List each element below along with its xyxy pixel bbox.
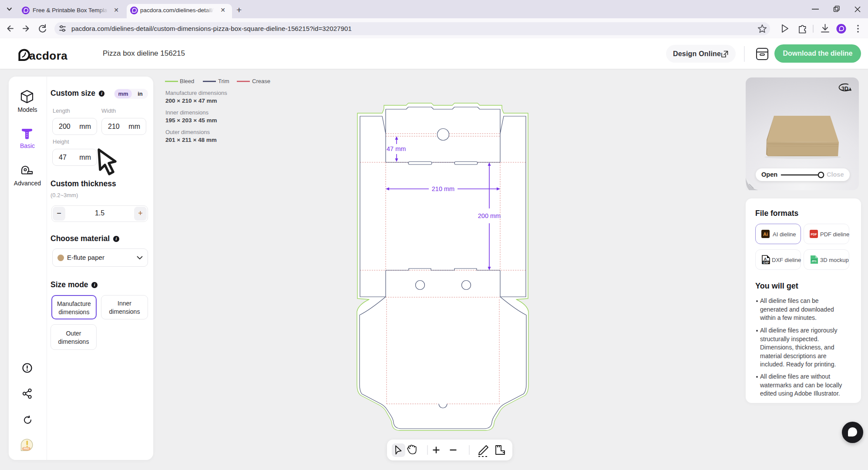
svg-text:JPG: JPG — [811, 260, 817, 262]
svg-text:A: A — [764, 257, 767, 261]
svg-text:DXF: DXF — [764, 261, 769, 264]
svg-text:200 mm: 200 mm — [478, 212, 501, 219]
svg-text:210 mm: 210 mm — [432, 185, 454, 192]
svg-text:47 mm: 47 mm — [387, 145, 406, 152]
svg-text:acdora: acdora — [29, 49, 67, 62]
svg-text:PDF: PDF — [811, 233, 818, 236]
svg-text:PRO: PRO — [24, 447, 30, 450]
svg-text:Ai: Ai — [763, 232, 768, 237]
